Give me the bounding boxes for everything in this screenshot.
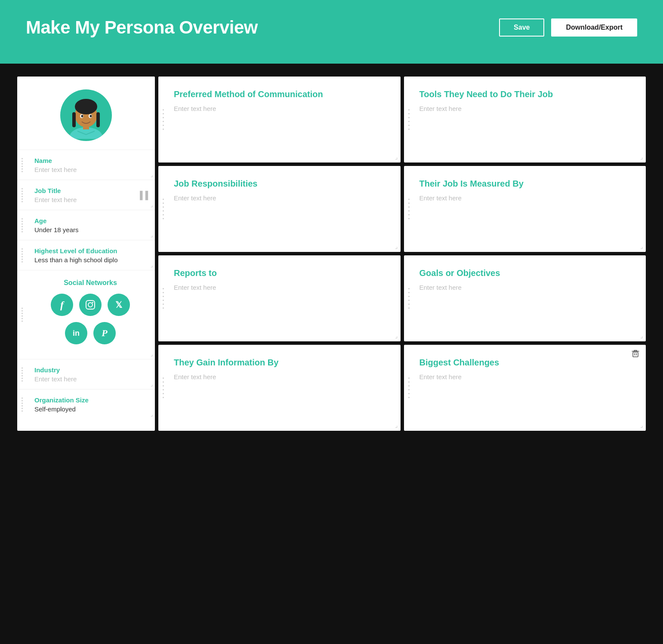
org-size-value: Self-employed bbox=[34, 405, 76, 413]
industry-label: Industry bbox=[34, 366, 146, 374]
education-field[interactable]: Highest Level of Education Less than a h… bbox=[17, 240, 155, 270]
social-label: Social Networks bbox=[34, 279, 146, 287]
education-label: Highest Level of Education bbox=[34, 247, 146, 255]
resize-handle-reports: ⌟ bbox=[395, 333, 398, 339]
challenges-placeholder: Enter text here bbox=[419, 373, 634, 380]
org-size-label: Organization Size bbox=[34, 396, 146, 404]
goals-title: Goals or Objectives bbox=[419, 267, 634, 279]
goals-placeholder: Enter text here bbox=[419, 284, 634, 291]
drag-handle bbox=[22, 158, 23, 172]
save-button[interactable]: Save bbox=[499, 18, 544, 37]
gain-info-placeholder: Enter text here bbox=[174, 373, 389, 380]
svg-point-9 bbox=[90, 115, 92, 117]
drag-handle-social bbox=[22, 308, 23, 322]
resize-handle-comm: ⌟ bbox=[395, 154, 398, 160]
drag-handle-industry bbox=[22, 367, 23, 381]
instagram-icon[interactable] bbox=[79, 294, 102, 316]
main-content: Name Enter text here ⌟ Job Title Enter t… bbox=[0, 64, 663, 448]
education-value: Less than a high school diplo bbox=[34, 256, 117, 264]
drag-handle-education bbox=[22, 248, 23, 262]
gain-info-card[interactable]: They Gain Information By Enter text here… bbox=[158, 345, 401, 431]
drag-handle-gain bbox=[163, 377, 164, 398]
age-field[interactable]: Age Under 18 years ⌟ bbox=[17, 210, 155, 240]
drag-handle-goals bbox=[408, 288, 410, 309]
social-icons-row-2: in P bbox=[34, 322, 146, 344]
export-button[interactable]: Download/Export bbox=[551, 18, 637, 37]
page-header: Make My Persona Overview Save Download/E… bbox=[0, 0, 663, 64]
header-actions: Save Download/Export bbox=[499, 18, 637, 37]
resize-handle-name: ⌟ bbox=[151, 172, 153, 178]
resize-handle-age: ⌟ bbox=[151, 232, 153, 238]
goals-card[interactable]: Goals or Objectives Enter text here ⌟ bbox=[404, 255, 646, 341]
resize-handle-education: ⌟ bbox=[151, 262, 153, 268]
social-icons-row-1: f 𝕏 bbox=[34, 294, 146, 316]
age-value: Under 18 years bbox=[34, 226, 79, 233]
resize-handle-goals: ⌟ bbox=[640, 333, 643, 339]
resize-handle-measured: ⌟ bbox=[640, 243, 643, 249]
facebook-icon[interactable]: f bbox=[51, 294, 73, 316]
preferred-comm-title: Preferred Method of Communication bbox=[174, 89, 389, 100]
svg-point-12 bbox=[92, 302, 93, 303]
svg-rect-10 bbox=[86, 301, 95, 309]
social-networks-section: Social Networks f 𝕏 in P bbox=[17, 270, 155, 359]
job-responsibilities-placeholder: Enter text here bbox=[174, 194, 389, 202]
age-label: Age bbox=[34, 217, 146, 224]
drag-handle-age bbox=[22, 218, 23, 232]
drag-handle-resp bbox=[163, 199, 164, 219]
avatar-section bbox=[17, 77, 155, 150]
reports-to-title: Reports to bbox=[174, 267, 389, 279]
measured-by-placeholder: Enter text here bbox=[419, 194, 634, 202]
resize-handle-challenges: ⌟ bbox=[640, 422, 643, 428]
avatar[interactable] bbox=[60, 89, 112, 141]
industry-value: Enter text here bbox=[34, 375, 77, 383]
job-responsibilities-title: Job Responsibilities bbox=[174, 178, 389, 189]
preferred-comm-placeholder: Enter text here bbox=[174, 105, 389, 112]
drag-handle-measured bbox=[408, 199, 410, 219]
job-responsibilities-card[interactable]: Job Responsibilities Enter text here ⌟ bbox=[158, 166, 401, 252]
gain-info-title: They Gain Information By bbox=[174, 357, 389, 368]
delete-icon[interactable] bbox=[631, 349, 640, 360]
page-title: Make My Persona Overview bbox=[26, 17, 258, 38]
drag-handle-org bbox=[22, 397, 23, 411]
industry-field[interactable]: Industry Enter text here ⌟ bbox=[17, 359, 155, 389]
drag-handle-reports bbox=[163, 288, 164, 309]
name-field[interactable]: Name Enter text here ⌟ bbox=[17, 150, 155, 180]
resize-handle-industry: ⌟ bbox=[151, 381, 153, 387]
drag-handle-job bbox=[22, 188, 23, 202]
bar-chart-icon: ▐▐ bbox=[137, 190, 148, 199]
measured-by-title: Their Job Is Measured By bbox=[419, 178, 634, 189]
drag-handle-challenges bbox=[408, 377, 410, 398]
reports-to-card[interactable]: Reports to Enter text here ⌟ bbox=[158, 255, 401, 341]
measured-by-card[interactable]: Their Job Is Measured By Enter text here… bbox=[404, 166, 646, 252]
preferred-comm-card[interactable]: Preferred Method of Communication Enter … bbox=[158, 77, 401, 163]
svg-point-11 bbox=[88, 303, 93, 307]
resize-handle-resp: ⌟ bbox=[395, 243, 398, 249]
tools-needed-title: Tools They Need to Do Their Job bbox=[419, 89, 634, 100]
challenges-title: Biggest Challenges bbox=[419, 357, 634, 368]
svg-point-3 bbox=[75, 99, 97, 114]
svg-rect-4 bbox=[72, 112, 76, 127]
linkedin-icon[interactable]: in bbox=[65, 322, 87, 344]
resize-handle-tools: ⌟ bbox=[640, 154, 643, 160]
drag-handle-comm bbox=[163, 109, 164, 130]
job-title-field[interactable]: Job Title Enter text here ▐▐ ⌟ bbox=[17, 180, 155, 210]
left-panel: Name Enter text here ⌟ Job Title Enter t… bbox=[17, 77, 155, 431]
resize-handle-org: ⌟ bbox=[151, 411, 153, 417]
tools-needed-placeholder: Enter text here bbox=[419, 105, 634, 112]
svg-point-8 bbox=[81, 115, 83, 117]
svg-rect-5 bbox=[96, 112, 100, 127]
resize-handle-job: ⌟ bbox=[151, 202, 153, 208]
name-label: Name bbox=[34, 157, 146, 164]
pinterest-icon[interactable]: P bbox=[93, 322, 116, 344]
resize-handle-gain: ⌟ bbox=[395, 422, 398, 428]
twitter-icon[interactable]: 𝕏 bbox=[108, 294, 130, 316]
reports-to-placeholder: Enter text here bbox=[174, 284, 389, 291]
drag-handle-tools bbox=[408, 109, 410, 130]
tools-needed-card[interactable]: Tools They Need to Do Their Job Enter te… bbox=[404, 77, 646, 163]
job-title-value: Enter text here bbox=[34, 196, 77, 203]
job-title-label: Job Title bbox=[34, 187, 146, 194]
resize-handle-social: ⌟ bbox=[151, 351, 153, 357]
challenges-card[interactable]: Biggest Challenges Enter text here ⌟ bbox=[404, 345, 646, 431]
org-size-field[interactable]: Organization Size Self-employed ⌟ bbox=[17, 389, 155, 419]
persona-grid: Name Enter text here ⌟ Job Title Enter t… bbox=[17, 77, 646, 431]
